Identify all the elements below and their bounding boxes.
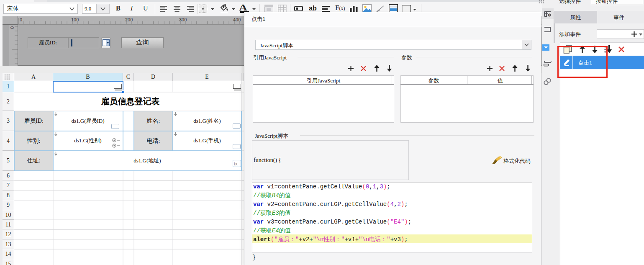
svg-text:i: i bbox=[549, 13, 549, 16]
